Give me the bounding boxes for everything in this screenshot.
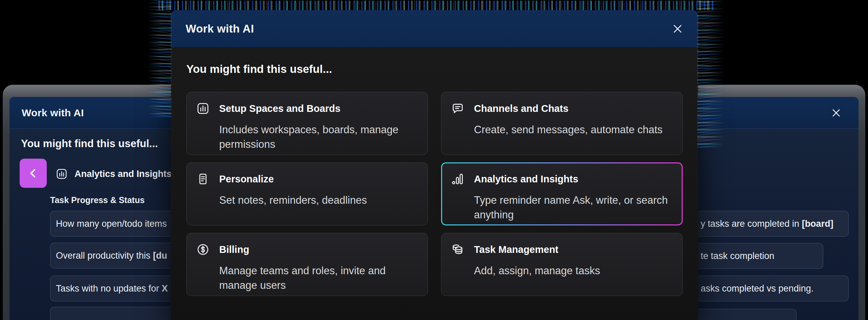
card-billing[interactable]: Billing Manage teams and roles, invite a… (186, 233, 428, 296)
chart-columns-icon (56, 168, 68, 180)
modal-body: You might find this useful... Setup Spac… (171, 47, 698, 320)
card-description: Type reminder name Ask, write, or search… (474, 193, 673, 222)
chat-bubble-icon (451, 102, 464, 115)
background-dialog-title: Work with AI (22, 107, 84, 119)
card-description: Manage teams and roles, invite and manag… (219, 264, 418, 293)
section-heading: Task Progress & Status (50, 195, 145, 205)
selected-category-label: Analytics and Insights (75, 169, 172, 179)
card-title: Analytics and Insights (474, 174, 578, 185)
chevron-left-icon (27, 167, 40, 180)
card-description: Add, assign, manage tasks (474, 264, 673, 278)
page: Work with AI You might find this useful.… (0, 0, 868, 320)
card-title: Billing (219, 244, 249, 255)
card-personalize[interactable]: Personalize Set notes, reminders, deadli… (186, 162, 428, 225)
note-icon (196, 172, 210, 186)
selected-category-row: Analytics and Insights (56, 164, 172, 184)
card-title: Personalize (219, 174, 274, 185)
chart-columns-icon (196, 102, 210, 115)
database-stack-icon (451, 243, 464, 256)
modal-title: Work with AI (186, 22, 254, 35)
card-title: Channels and Chats (474, 103, 569, 114)
card-description: Create, send messages, automate chats (474, 123, 673, 137)
signal-bars-icon (451, 172, 464, 186)
card-title: Setup Spaces and Boards (219, 103, 340, 114)
close-icon[interactable] (672, 23, 683, 35)
modal-subtitle: You might find this useful... (186, 47, 683, 76)
card-analytics-and-insights[interactable]: Analytics and Insights Type reminder nam… (441, 162, 683, 225)
card-title: Task Management (474, 244, 558, 255)
card-description: Includes workspaces, boards, manage perm… (219, 123, 418, 152)
card-description: Set notes, reminders, deadlines (219, 193, 418, 208)
dollar-circle-icon (196, 243, 210, 256)
back-button[interactable] (20, 159, 47, 188)
card-setup-spaces-and-boards[interactable]: Setup Spaces and Boards Includes workspa… (186, 92, 428, 155)
close-icon[interactable] (831, 107, 842, 118)
background-subtitle: You might find this useful... (21, 138, 158, 150)
card-channels-and-chats[interactable]: Channels and Chats Create, send messages… (441, 92, 683, 155)
glitch-noise-top (159, 1, 714, 10)
work-with-ai-modal: Work with AI You might find this useful.… (171, 10, 698, 320)
cards-grid: Setup Spaces and Boards Includes workspa… (186, 92, 683, 296)
modal-header: Work with AI (171, 10, 698, 47)
card-task-management[interactable]: Task Management Add, assign, manage task… (441, 233, 683, 296)
